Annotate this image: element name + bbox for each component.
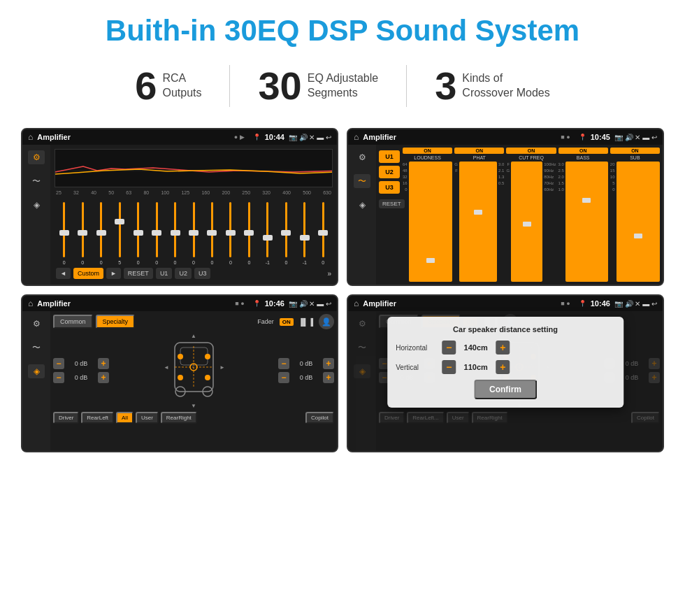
preset-u1[interactable]: U1: [379, 150, 400, 163]
eq-slider-col-400[interactable]: 0: [278, 202, 294, 265]
eq-thumb-40[interactable]: [96, 230, 106, 236]
eq-slider-col-63[interactable]: 0: [130, 202, 146, 265]
stat-text-crossover: Kinds of Crossover Modes: [462, 71, 549, 101]
status-bar-1: ⌂ Amplifier ● ▶ 📍 10:44 📷 🔊 ✕ ▬ ↩: [22, 129, 337, 145]
crossover-side-nav: ⚙ 〜 ◈: [348, 145, 376, 285]
eq-thumb-125[interactable]: [189, 230, 199, 236]
btn-driver[interactable]: Driver: [53, 412, 79, 424]
horizontal-plus[interactable]: +: [496, 341, 510, 354]
eq-thumb-500[interactable]: [300, 235, 310, 241]
nav-wave-icon[interactable]: 〜: [28, 174, 45, 188]
eq-thumb-250[interactable]: [244, 230, 254, 236]
tab-common[interactable]: Common: [53, 315, 93, 329]
eq-thumb-630[interactable]: [318, 230, 328, 236]
eq-thumb-80[interactable]: [152, 230, 161, 236]
band-thumb-0[interactable]: [426, 258, 435, 263]
db-row-3: − 0 dB +: [278, 358, 334, 369]
eq-slider-col-125[interactable]: 0: [185, 202, 201, 265]
eq-reset-btn[interactable]: RESET: [124, 268, 153, 279]
db-minus-2[interactable]: −: [53, 372, 64, 383]
band-thumb-2[interactable]: [523, 222, 531, 227]
vertical-minus[interactable]: −: [442, 360, 456, 374]
eq-custom-btn[interactable]: Custom: [73, 268, 103, 279]
preset-u2[interactable]: U2: [379, 166, 400, 178]
eq-slider-col-25[interactable]: 0: [56, 202, 72, 265]
vertical-label: Vertical: [396, 364, 438, 371]
nav-speaker-icon[interactable]: ◈: [28, 198, 45, 212]
eq-slider-col-100[interactable]: 0: [167, 202, 183, 265]
nav-eq-icon-3[interactable]: ⚙: [28, 317, 45, 331]
eq-slider-col-40[interactable]: 0: [93, 202, 109, 265]
eq-slider-col-160[interactable]: 0: [204, 202, 220, 265]
horizontal-minus[interactable]: −: [442, 341, 456, 354]
eq-u2-btn[interactable]: U2: [175, 268, 192, 279]
band-thumb-3[interactable]: [582, 198, 591, 203]
band-track-1[interactable]: [459, 162, 497, 282]
nav-speaker-icon-2[interactable]: ◈: [354, 198, 370, 212]
preset-u3[interactable]: U3: [379, 181, 400, 194]
db-minus-3[interactable]: −: [278, 358, 289, 369]
eq-slider-col-250[interactable]: 0: [241, 202, 257, 265]
btn-all[interactable]: All: [116, 412, 134, 424]
horizontal-value: 140cm: [460, 343, 491, 352]
nav-wave-icon-3[interactable]: 〜: [28, 341, 45, 354]
eq-thumb-160[interactable]: [207, 230, 217, 236]
nav-wave-icon-2[interactable]: 〜: [354, 174, 370, 188]
db-plus-2[interactable]: +: [98, 372, 109, 383]
eq-slider-col-500[interactable]: -1: [296, 202, 312, 265]
band-track-0[interactable]: [409, 162, 453, 282]
pin-icon-1: 📍: [253, 134, 261, 141]
time-4: 10:46: [591, 299, 610, 308]
eq-track-400: [285, 202, 287, 257]
band-track-3[interactable]: [565, 162, 608, 282]
eq-u3-btn[interactable]: U3: [194, 268, 211, 279]
db-minus-4[interactable]: −: [278, 372, 289, 383]
confirm-button[interactable]: Confirm: [474, 380, 537, 399]
nav-eq-icon[interactable]: ⚙: [28, 150, 45, 164]
eq-thumb-32[interactable]: [78, 230, 87, 236]
eq-slider-col-320[interactable]: -1: [259, 202, 275, 265]
eq-thumb-100[interactable]: [171, 230, 180, 236]
band-thumb-1[interactable]: [474, 210, 482, 215]
db-minus-1[interactable]: −: [53, 358, 64, 369]
eq-thumb-50[interactable]: [115, 219, 124, 224]
eq-slider-col-80[interactable]: 0: [148, 202, 164, 265]
crossover-reset[interactable]: RESET: [379, 199, 405, 208]
eq-prev-btn[interactable]: ◄: [56, 268, 71, 279]
nav-speaker-icon-3[interactable]: ◈: [28, 364, 45, 378]
btn-rearright[interactable]: RearRight: [161, 412, 197, 424]
user-icon-btn[interactable]: 👤: [319, 314, 334, 329]
eq-slider-col-200[interactable]: 0: [222, 202, 238, 265]
btn-rearleft[interactable]: RearLeft: [81, 412, 114, 424]
eq-slider-col-32[interactable]: 0: [74, 202, 90, 265]
eq-thumb-320[interactable]: [263, 235, 273, 241]
band-thumb-4[interactable]: [634, 234, 642, 238]
dot-icons-1: ● ▶: [234, 134, 245, 141]
eq-thumb-25[interactable]: [59, 230, 69, 236]
db-plus-1[interactable]: +: [98, 358, 109, 369]
screen-eq: ⌂ Amplifier ● ▶ 📍 10:44 📷 🔊 ✕ ▬ ↩ ⚙ 〜 ◈: [21, 128, 338, 286]
eq-curve-svg: [55, 150, 332, 187]
status-icons-3: 📷 🔊 ✕ ▬ ↩: [289, 300, 331, 308]
eq-u1-btn[interactable]: U1: [156, 268, 173, 279]
btn-user-bg: User: [447, 412, 470, 424]
eq-val-250: 0: [247, 260, 250, 265]
tab-specialty[interactable]: Specialty: [96, 315, 136, 329]
db-plus-4[interactable]: +: [323, 372, 334, 383]
eq-next-btn[interactable]: ►: [106, 268, 121, 279]
nav-eq-icon-2[interactable]: ⚙: [354, 150, 370, 164]
btn-user[interactable]: User: [136, 412, 159, 424]
eq-thumb-400[interactable]: [281, 230, 291, 236]
vertical-plus[interactable]: +: [496, 360, 510, 374]
eq-slider-col-630[interactable]: 0: [315, 202, 331, 265]
band-track-2[interactable]: [511, 162, 542, 282]
band-label-0: LOUDNESS: [414, 155, 441, 160]
btn-copilot[interactable]: Copilot: [305, 412, 334, 424]
screens-grid: ⌂ Amplifier ● ▶ 📍 10:44 📷 🔊 ✕ ▬ ↩ ⚙ 〜 ◈: [21, 128, 664, 452]
band-track-4[interactable]: [616, 162, 661, 282]
eq-thumb-200[interactable]: [226, 230, 236, 236]
db-plus-3[interactable]: +: [323, 358, 334, 369]
eq-slider-col-50[interactable]: 5: [111, 202, 127, 265]
eq-thumb-63[interactable]: [134, 230, 143, 236]
app-title-3: Amplifier: [37, 299, 231, 308]
